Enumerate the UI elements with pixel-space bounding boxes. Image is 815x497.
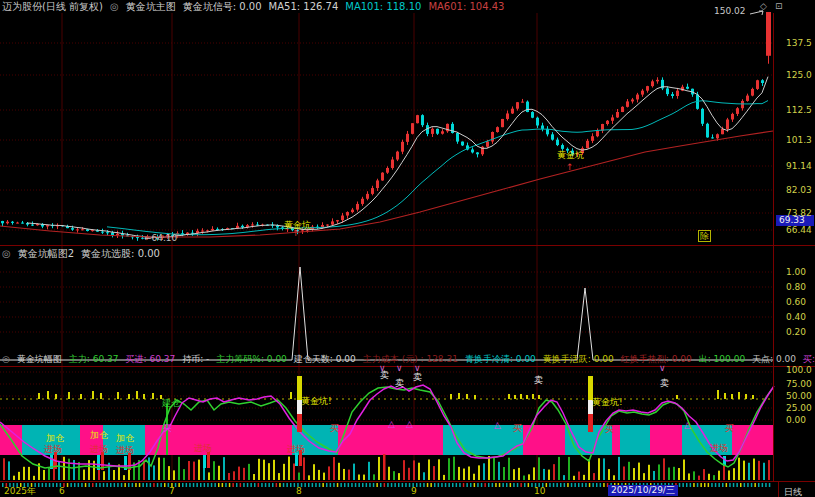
- indicator-overlay-label: ∨: [379, 363, 386, 373]
- title-field: MA601: 104.43: [428, 1, 504, 12]
- indicator-overlay-label: ∨: [396, 363, 403, 373]
- title-field: MA51: 126.74: [269, 1, 339, 12]
- indicator-overlay-label: 进场: [710, 443, 728, 453]
- y-axis-label: 82.03: [786, 186, 814, 195]
- indicator-overlay-label: 进场: [44, 444, 62, 454]
- y-axis-label: 101.3: [786, 136, 814, 145]
- golden-pit-label-2: 黄金坑: [557, 150, 584, 160]
- title-field: 黄金坑选股: 0.00: [81, 248, 160, 259]
- indicator-overlay-label: 黄金坑!: [592, 397, 623, 407]
- month-label: 7: [169, 487, 175, 496]
- indicator-overlay-label: 卖: [395, 378, 404, 388]
- indicator-overlay-label: △: [494, 420, 501, 430]
- title-field: 红换手热烈: 0.00: [621, 354, 692, 364]
- y-axis-label: 91.14: [786, 162, 814, 171]
- indicator-overlay-label: 买: [513, 423, 522, 433]
- date-crosshair-tag: 2025/10/29/三: [608, 485, 678, 496]
- panel-box-icon[interactable]: ⊡: [775, 1, 783, 11]
- y-axis-label: 66.44: [786, 226, 814, 235]
- y-axis-label: 25.00: [786, 404, 814, 413]
- indicator-overlay-label: 买: [163, 423, 172, 433]
- y-axis-label: 0.80: [786, 283, 814, 292]
- month-label: 9: [411, 487, 417, 496]
- y-axis-label: 137.5: [786, 39, 814, 48]
- indicator-overlay-label: 卖: [413, 372, 422, 382]
- middle-panel-title[interactable]: ◎黄金坑幅图2黄金坑选股: 0.00: [2, 248, 167, 260]
- high-price-annotation: 150.02: [714, 6, 746, 16]
- main-panel-title[interactable]: 迈为股份(日线 前复权)◎黄金坑主图黄金坑信号: 0.00MA51: 126.7…: [2, 1, 511, 13]
- up-arrow-icon: ↑: [566, 162, 574, 172]
- indicator-name: 黄金坑幅图: [17, 354, 62, 364]
- indicator-overlay-label: 进场: [287, 444, 305, 454]
- indicator-overlay-label: 加仓: [90, 430, 108, 440]
- y-axis-label: 100.0: [786, 366, 814, 375]
- title-field: 建仓天数: 0.00: [294, 354, 356, 364]
- month-label: 10: [534, 487, 545, 496]
- indicator-overlay-label: △: [406, 419, 413, 429]
- y-axis-label: 0.00: [786, 416, 814, 425]
- y-axis-label: 1.00: [786, 268, 814, 277]
- indicator-overlay-label: △: [684, 420, 691, 430]
- indicator-overlay-label: 卖: [660, 378, 669, 388]
- low-price-annotation: ←64.10: [144, 233, 177, 243]
- y-axis-label: 50.00: [786, 392, 814, 401]
- month-label: 6: [59, 487, 65, 496]
- y-axis-label: 0.20: [786, 328, 814, 337]
- diamond-icon[interactable]: ◇: [760, 1, 767, 11]
- exright-marker[interactable]: 除: [698, 230, 711, 242]
- month-label: 8: [296, 487, 302, 496]
- indicator-overlay-label: 进场: [194, 443, 212, 453]
- indicator-overlay-label: ∨: [414, 363, 421, 373]
- y-axis-label: 0.60: [786, 298, 814, 307]
- y-axis-label: 75.00: [786, 380, 814, 389]
- title-field: 青换手冷清: 0.00: [465, 354, 536, 364]
- title-field: 黄金坑信号: 0.00: [183, 1, 262, 12]
- y-axis-label: 125.0: [786, 71, 814, 80]
- indicator-overlay-label: 卖: [534, 375, 543, 385]
- indicator-overlay-label: 建仓: [162, 398, 180, 408]
- indicator-name: 黄金坑幅图2: [18, 248, 74, 259]
- title-field: 黄换手活跃: 0.00: [543, 354, 614, 364]
- title-field: MA101: 118.10: [345, 1, 421, 12]
- title-field: 买: 0.00: [803, 354, 815, 364]
- period-button[interactable]: 日线: [784, 487, 802, 497]
- indicator-icon: ◎: [2, 354, 10, 364]
- stock-title: 迈为股份(日线 前复权): [2, 1, 103, 12]
- title-field: 出: 100.00: [699, 354, 745, 364]
- indicator-overlay-label: 加仓: [116, 433, 134, 443]
- indicator-overlay-label: 进场: [90, 444, 108, 454]
- title-field: 天点: 0.00: [752, 354, 796, 364]
- title-field: 主力筹码%: 0.00: [216, 354, 286, 364]
- indicator-overlay-label: 买: [330, 423, 339, 433]
- indicator-overlay-label: 买: [725, 423, 734, 433]
- title-field: 持币: -: [182, 354, 209, 364]
- indicator-icon: ◎: [2, 248, 11, 259]
- tdx-chart-window: 迈为股份(日线 前复权)◎黄金坑主图黄金坑信号: 0.00MA51: 126.7…: [0, 0, 815, 497]
- y-axis-label: 73.82: [786, 209, 814, 218]
- up-arrow-icon: ↑: [292, 228, 300, 238]
- indicator-overlay-label: 进场: [116, 445, 134, 455]
- indicator-overlay-label: 加仓: [46, 433, 64, 443]
- y-axis-label: 112.5: [786, 106, 814, 115]
- title-field: 主力: 60.37: [69, 354, 119, 364]
- indicator-name: 黄金坑主图: [126, 1, 176, 12]
- title-field: 买进: 60.37: [126, 354, 176, 364]
- indicator-overlay-label: ∨: [659, 363, 666, 373]
- indicator-overlay-label: 买: [605, 424, 614, 434]
- title-field: 主力成本 (元) : 128.31: [363, 354, 458, 364]
- indicator-icon: ◎: [110, 1, 119, 12]
- indicator-overlay-label: 黄金坑!: [301, 396, 332, 406]
- y-axis-label: 0.40: [786, 313, 814, 322]
- bottom-panel-title[interactable]: ◎黄金坑幅图主力: 60.37买进: 60.37持币: -主力筹码%: 0.00…: [2, 353, 815, 365]
- year-label: 2025年: [4, 487, 36, 496]
- indicator-overlay-label: △: [388, 419, 395, 429]
